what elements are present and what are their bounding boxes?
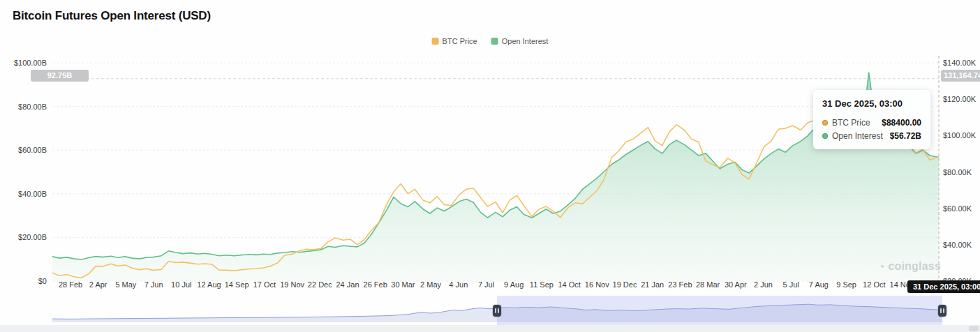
x-axis-tick-label: 30 Apr (725, 280, 747, 289)
navigator-left-handle[interactable] (493, 305, 501, 317)
x-axis-tick-label: 7 Jun (144, 280, 163, 289)
tooltip-timestamp: 31 Dec 2025, 03:00 (822, 98, 921, 109)
axis-badge-btc-price-high: 131,164.74 (941, 70, 980, 82)
tooltip-value: $88400.00 (882, 118, 921, 128)
y-axis-label-right: $80.00K (943, 168, 972, 176)
x-axis-tick-label: 19 Dec (613, 280, 637, 289)
x-axis-tick-label: 16 Nov (585, 280, 609, 289)
x-axis-tick-label: 12 Aug (197, 280, 221, 289)
x-axis-tick-label: 5 Jul (783, 280, 799, 289)
x-axis-tick-label: 12 Oct (863, 280, 885, 289)
axis-badge-open-interest-high: 92.75B (31, 70, 89, 82)
y-axis-label-left: $40.00B (3, 190, 47, 198)
y-axis-label-right: $120.00K (943, 95, 976, 103)
x-axis-tick-label: 11 Sep (530, 280, 554, 289)
navigator-right-handle[interactable] (938, 305, 946, 317)
legend-swatch-btc-price-icon (432, 38, 439, 45)
x-axis-tick-label: 19 Nov (280, 280, 304, 289)
x-axis-tick-label: 26 Feb (364, 280, 387, 289)
chart-legend: BTC Price Open Interest (432, 37, 549, 45)
x-axis-tick-label: 2 Jun (754, 280, 773, 289)
page-root: Bitcoin Futures Open Interest (USD) BTC … (0, 0, 980, 332)
x-axis-tick-label: 24 Jan (336, 280, 359, 289)
y-axis-label-right: $140.00K (943, 59, 976, 67)
legend-label-btc-price: BTC Price (443, 37, 477, 45)
x-axis-tick-label: 22 Dec (308, 280, 332, 289)
x-axis-tick-label: 28 Mar (696, 280, 720, 289)
y-axis-label-left: $80.00B (3, 103, 47, 111)
y-axis-label-right: $40.00K (943, 241, 972, 249)
legend-item-open-interest[interactable]: Open Interest (491, 37, 549, 45)
x-axis-tick-label: 2 May (420, 280, 441, 289)
open-interest-dot-icon (822, 133, 828, 139)
x-axis-tick-label: 14 Oct (558, 280, 580, 289)
x-axis-tick-label: 30 Mar (391, 280, 415, 289)
x-axis-tick-label: 7 Jul (478, 280, 494, 289)
chart-tooltip: 31 Dec 2025, 03:00 BTC Price $88400.00 O… (813, 90, 930, 149)
y-axis-label-right: $60.00K (943, 204, 972, 213)
x-axis-tick-label: 10 Jul (171, 280, 191, 289)
tooltip-row-open-interest: Open Interest $56.72B (822, 129, 921, 142)
x-axis-tick-label: 21 Jan (641, 280, 664, 289)
x-axis-tick-label: 14 Sep (225, 280, 249, 289)
tooltip-label: BTC Price (832, 118, 870, 128)
y-axis-label-right: $100.00K (943, 131, 976, 139)
tooltip-value: $56.72B (890, 131, 921, 141)
watermark-text: coinglass (888, 260, 941, 273)
tooltip-label: Open Interest (832, 131, 883, 141)
x-axis-tick-label: 28 Feb (59, 280, 82, 289)
coinglass-bear-icon (881, 259, 884, 273)
tooltip-row-btc-price: BTC Price $88400.00 (822, 116, 921, 129)
y-axis-label-left: $20.00B (3, 233, 47, 241)
x-axis-tick-label: 17 Oct (253, 280, 276, 289)
legend-item-btc-price[interactable]: BTC Price (432, 37, 477, 45)
btc-price-dot-icon (822, 120, 828, 126)
x-axis-tick-label: 4 Jun (449, 280, 468, 289)
crosshair-date-badge: 31 Dec 2025, 03:00 (907, 280, 980, 293)
y-axis-label-left: $0 (3, 277, 47, 285)
x-axis-tick-label: 2 Apr (89, 280, 107, 289)
x-axis-tick-label: 23 Feb (668, 280, 692, 289)
x-axis-tick-label: 9 Sep (836, 280, 856, 289)
y-axis-label-left: $100.00B (3, 59, 47, 67)
legend-label-open-interest: Open Interest (502, 37, 549, 45)
x-axis-tick-label: 9 Aug (504, 280, 524, 289)
y-axis-label-left: $60.00B (3, 146, 47, 154)
x-axis-tick-label: 5 May (115, 280, 136, 289)
coinglass-watermark: coinglass (881, 258, 941, 275)
legend-swatch-open-interest-icon (491, 38, 498, 45)
x-axis-tick-label: 7 Aug (809, 280, 829, 289)
